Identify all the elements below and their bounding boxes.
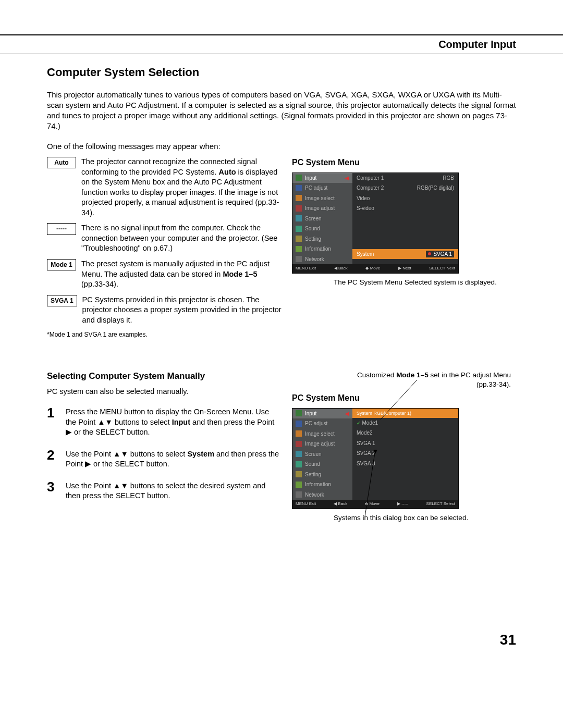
osd2-sidebar: Input◀ PC adjust Image select Image adju… [292,409,352,500]
image-select-icon [296,195,302,201]
osd2-note: Customized Mode 1–5 set in the PC adjust… [354,371,516,389]
osd1-side-pcadjust: PC adjust [292,183,352,193]
osd2-status-bar: MENU Exit ◀ Back ◆ Move ▶ ----- SELECT S… [292,500,458,509]
msg-text-auto: The projector cannot recognize the conne… [81,157,282,218]
osd1-side-setting: Setting [292,234,352,244]
input-icon [296,175,302,181]
check-icon: ✓ [357,421,362,426]
msg-label-mode1: Mode 1 [47,259,76,270]
osd1-title: PC System Menu [292,157,516,168]
network-icon [296,256,302,262]
osd1-side-sound: Sound [292,224,352,234]
osd1-status-bar: MENU Exit ◀ Back ◆ Move ▶ Next SELECT Ne… [292,264,458,273]
osd2-header-bar: System RGB(Computer 1) [352,409,458,418]
chevron-right-icon: ◀ [345,175,349,182]
osd2-side-input: Input◀ [292,409,352,419]
messages-intro: One of the following messages may appear… [47,141,516,152]
step-3-num: 3 [47,478,59,501]
osd1-side-input: Input◀ [292,173,352,183]
footnote: *Mode 1 and SVGA 1 are examples. [47,330,282,339]
info-icon [296,246,302,252]
osd1-caption: The PC System Menu Selected system is di… [292,278,516,287]
msg-text-dash: There is no signal input from the comput… [81,223,282,254]
chevron-right-icon: ◀ [345,410,349,417]
manual-intro: PC system can also be selected manually. [47,387,282,397]
msg-text-mode1: The preset system is manually adjusted i… [81,259,282,290]
step-1-num: 1 [47,404,59,438]
msg-label-dash: ----- [47,223,76,235]
manual-title: Selecting Computer System Manually [47,371,282,382]
sound-icon [296,226,302,232]
setting-icon [296,236,302,242]
msg-label-svga1: SVGA 1 [47,295,77,306]
step-2-num: 2 [47,446,59,470]
osd2: Input◀ PC adjust Image select Image adju… [292,408,459,509]
osd2-main: System RGB(Computer 1) ✓ Mode1 Mode2 SVG… [352,409,458,500]
image-adjust-icon [296,205,302,212]
image-adjust-icon [296,441,302,447]
intro-paragraph: This projector automatically tunes to va… [47,90,516,132]
msg-label-auto: Auto [47,157,76,168]
osd1-side-imgadjust: Image adjust [292,203,352,214]
osd1-side-screen: Screen [292,214,352,224]
screen-icon [296,215,302,221]
osd2-title: PC System Menu [292,392,516,404]
step-2-text: Use the Point ▲▼ buttons to select Syste… [66,446,282,470]
image-select-icon [296,430,302,437]
osd2-list-svga3: SVGA 3 [352,459,458,469]
section-title: Computer System Selection [47,65,516,80]
red-dot-icon [428,252,431,255]
osd2-caption: Systems in this dialog box can be select… [292,513,516,523]
pc-adjust-icon [296,185,302,191]
pc-adjust-icon [296,421,302,427]
screen-icon [296,451,302,457]
step-3-text: Use the Point ▲▼ buttons to select the d… [66,478,282,501]
page-number: 31 [500,630,516,650]
sound-icon [296,461,302,467]
osd1-main: Computer 1RGB Computer 2RGB(PC digital) … [352,173,458,265]
info-icon [296,482,302,488]
setting-icon [296,471,302,477]
header-title: Computer Input [0,38,563,54]
osd1-sidebar: Input◀ PC adjust Image select Image adju… [292,173,352,265]
network-icon [296,491,302,498]
osd2-list-svga2: SVGA 2 [352,448,458,459]
osd1-side-network: Network [292,254,352,265]
osd1: Input◀ PC adjust Image select Image adju… [292,172,459,274]
osd2-list-mode1: ✓ Mode1 [352,418,458,428]
input-icon [296,410,302,416]
osd2-list-mode2: Mode2 [352,428,458,438]
step-1-text: Press the MENU button to display the On-… [66,404,282,438]
osd2-list-svga1: SVGA 1 [352,438,458,449]
osd1-side-imgselect: Image select [292,193,352,204]
osd1-side-info: Information [292,244,352,254]
osd1-highlight-row: System SVGA 1 [352,249,458,260]
msg-text-svga1: PC Systems provided in this projector is… [82,295,282,326]
